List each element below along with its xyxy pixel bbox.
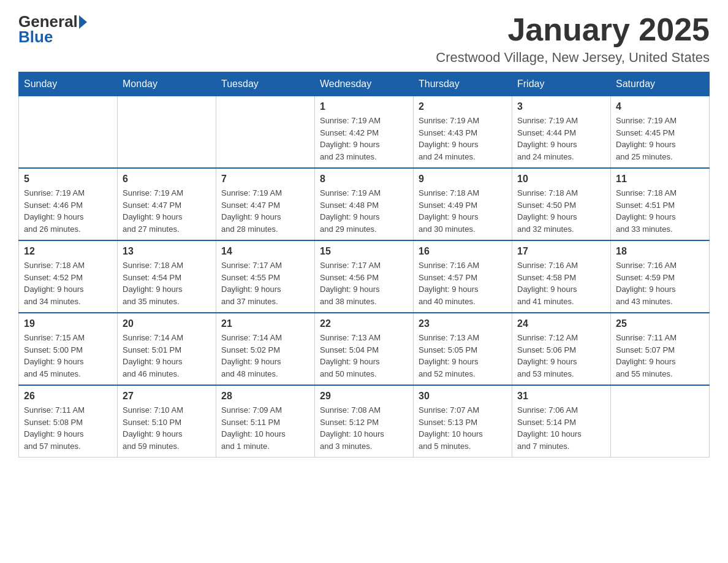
- calendar-cell: [19, 96, 118, 169]
- calendar-cell: 29Sunrise: 7:08 AMSunset: 5:12 PMDayligh…: [315, 385, 414, 458]
- day-number: 2: [419, 101, 507, 112]
- calendar-cell: 11Sunrise: 7:18 AMSunset: 4:51 PMDayligh…: [611, 168, 710, 240]
- day-number: 24: [517, 318, 605, 329]
- calendar-cell: 13Sunrise: 7:18 AMSunset: 4:54 PMDayligh…: [118, 240, 216, 313]
- calendar-cell: 30Sunrise: 7:07 AMSunset: 5:13 PMDayligh…: [414, 385, 512, 458]
- header-saturday: Saturday: [611, 72, 710, 96]
- calendar-cell: 5Sunrise: 7:19 AMSunset: 4:46 PMDaylight…: [19, 168, 118, 240]
- day-info: Sunrise: 7:18 AMSunset: 4:49 PMDaylight:…: [419, 187, 507, 235]
- header-sunday: Sunday: [19, 72, 118, 96]
- day-info: Sunrise: 7:15 AMSunset: 5:00 PMDaylight:…: [24, 332, 112, 380]
- day-info: Sunrise: 7:18 AMSunset: 4:52 PMDaylight:…: [24, 259, 112, 307]
- header-monday: Monday: [118, 72, 216, 96]
- day-number: 15: [320, 246, 408, 257]
- calendar-week-row: 1Sunrise: 7:19 AMSunset: 4:42 PMDaylight…: [19, 96, 710, 169]
- day-number: 18: [616, 246, 704, 257]
- header-thursday: Thursday: [414, 72, 512, 96]
- calendar-cell: 14Sunrise: 7:17 AMSunset: 4:55 PMDayligh…: [216, 240, 315, 313]
- calendar-cell: 26Sunrise: 7:11 AMSunset: 5:08 PMDayligh…: [19, 385, 118, 458]
- day-number: 9: [419, 174, 507, 185]
- day-number: 31: [517, 391, 605, 402]
- day-info: Sunrise: 7:17 AMSunset: 4:55 PMDaylight:…: [221, 259, 309, 307]
- logo-blue-text: Blue: [18, 28, 53, 47]
- calendar-week-row: 19Sunrise: 7:15 AMSunset: 5:00 PMDayligh…: [19, 313, 710, 385]
- day-number: 7: [221, 174, 309, 185]
- month-title: January 2025: [436, 12, 710, 47]
- day-number: 3: [517, 101, 605, 112]
- location-title: Crestwood Village, New Jersey, United St…: [436, 50, 710, 66]
- day-number: 28: [221, 391, 309, 402]
- calendar-cell: 25Sunrise: 7:11 AMSunset: 5:07 PMDayligh…: [611, 313, 710, 385]
- title-area: January 2025 Crestwood Village, New Jers…: [436, 12, 710, 66]
- calendar-cell: 7Sunrise: 7:19 AMSunset: 4:47 PMDaylight…: [216, 168, 315, 240]
- day-info: Sunrise: 7:11 AMSunset: 5:07 PMDaylight:…: [616, 332, 704, 380]
- day-info: Sunrise: 7:16 AMSunset: 4:57 PMDaylight:…: [419, 259, 507, 307]
- day-number: 10: [517, 174, 605, 185]
- calendar-cell: 9Sunrise: 7:18 AMSunset: 4:49 PMDaylight…: [414, 168, 512, 240]
- day-info: Sunrise: 7:16 AMSunset: 4:59 PMDaylight:…: [616, 259, 704, 307]
- calendar-cell: 3Sunrise: 7:19 AMSunset: 4:44 PMDaylight…: [512, 96, 611, 169]
- calendar-cell: 18Sunrise: 7:16 AMSunset: 4:59 PMDayligh…: [611, 240, 710, 313]
- calendar-cell: 16Sunrise: 7:16 AMSunset: 4:57 PMDayligh…: [414, 240, 512, 313]
- day-info: Sunrise: 7:07 AMSunset: 5:13 PMDaylight:…: [419, 404, 507, 452]
- day-number: 25: [616, 318, 704, 329]
- calendar-cell: [216, 96, 315, 169]
- day-number: 21: [221, 318, 309, 329]
- calendar-cell: 15Sunrise: 7:17 AMSunset: 4:56 PMDayligh…: [315, 240, 414, 313]
- calendar-week-row: 26Sunrise: 7:11 AMSunset: 5:08 PMDayligh…: [19, 385, 710, 458]
- day-info: Sunrise: 7:08 AMSunset: 5:12 PMDaylight:…: [320, 404, 408, 452]
- day-info: Sunrise: 7:13 AMSunset: 5:04 PMDaylight:…: [320, 332, 408, 380]
- header-tuesday: Tuesday: [216, 72, 315, 96]
- calendar-cell: 23Sunrise: 7:13 AMSunset: 5:05 PMDayligh…: [414, 313, 512, 385]
- calendar-cell: 2Sunrise: 7:19 AMSunset: 4:43 PMDaylight…: [414, 96, 512, 169]
- day-info: Sunrise: 7:09 AMSunset: 5:11 PMDaylight:…: [221, 404, 309, 452]
- calendar-cell: 17Sunrise: 7:16 AMSunset: 4:58 PMDayligh…: [512, 240, 611, 313]
- day-info: Sunrise: 7:17 AMSunset: 4:56 PMDaylight:…: [320, 259, 408, 307]
- day-info: Sunrise: 7:10 AMSunset: 5:10 PMDaylight:…: [123, 404, 211, 452]
- day-number: 6: [123, 174, 211, 185]
- calendar-cell: 10Sunrise: 7:18 AMSunset: 4:50 PMDayligh…: [512, 168, 611, 240]
- day-info: Sunrise: 7:16 AMSunset: 4:58 PMDaylight:…: [517, 259, 605, 307]
- calendar-cell: [611, 385, 710, 458]
- day-number: 17: [517, 246, 605, 257]
- day-number: 29: [320, 391, 408, 402]
- page-header: General Blue January 2025 Crestwood Vill…: [18, 12, 710, 66]
- calendar-cell: 21Sunrise: 7:14 AMSunset: 5:02 PMDayligh…: [216, 313, 315, 385]
- day-info: Sunrise: 7:18 AMSunset: 4:50 PMDaylight:…: [517, 187, 605, 235]
- logo-arrow-icon: [79, 15, 87, 29]
- day-info: Sunrise: 7:19 AMSunset: 4:44 PMDaylight:…: [517, 115, 605, 163]
- calendar-cell: 19Sunrise: 7:15 AMSunset: 5:00 PMDayligh…: [19, 313, 118, 385]
- calendar-cell: 8Sunrise: 7:19 AMSunset: 4:48 PMDaylight…: [315, 168, 414, 240]
- day-number: 13: [123, 246, 211, 257]
- calendar-cell: 28Sunrise: 7:09 AMSunset: 5:11 PMDayligh…: [216, 385, 315, 458]
- calendar-cell: 4Sunrise: 7:19 AMSunset: 4:45 PMDaylight…: [611, 96, 710, 169]
- day-number: 22: [320, 318, 408, 329]
- day-number: 20: [123, 318, 211, 329]
- day-number: 30: [419, 391, 507, 402]
- day-number: 12: [24, 246, 112, 257]
- calendar-header-row: SundayMondayTuesdayWednesdayThursdayFrid…: [19, 72, 710, 96]
- day-info: Sunrise: 7:19 AMSunset: 4:46 PMDaylight:…: [24, 187, 112, 235]
- day-number: 16: [419, 246, 507, 257]
- day-number: 4: [616, 101, 704, 112]
- day-info: Sunrise: 7:13 AMSunset: 5:05 PMDaylight:…: [419, 332, 507, 380]
- calendar-cell: 12Sunrise: 7:18 AMSunset: 4:52 PMDayligh…: [19, 240, 118, 313]
- day-number: 11: [616, 174, 704, 185]
- day-info: Sunrise: 7:19 AMSunset: 4:48 PMDaylight:…: [320, 187, 408, 235]
- calendar-cell: 20Sunrise: 7:14 AMSunset: 5:01 PMDayligh…: [118, 313, 216, 385]
- logo-area: General Blue: [18, 12, 88, 47]
- day-info: Sunrise: 7:14 AMSunset: 5:01 PMDaylight:…: [123, 332, 211, 380]
- day-number: 14: [221, 246, 309, 257]
- day-number: 19: [24, 318, 112, 329]
- day-info: Sunrise: 7:12 AMSunset: 5:06 PMDaylight:…: [517, 332, 605, 380]
- day-number: 27: [123, 391, 211, 402]
- calendar-week-row: 5Sunrise: 7:19 AMSunset: 4:46 PMDaylight…: [19, 168, 710, 240]
- day-info: Sunrise: 7:11 AMSunset: 5:08 PMDaylight:…: [24, 404, 112, 452]
- day-info: Sunrise: 7:19 AMSunset: 4:45 PMDaylight:…: [616, 115, 704, 163]
- day-number: 8: [320, 174, 408, 185]
- calendar-cell: 31Sunrise: 7:06 AMSunset: 5:14 PMDayligh…: [512, 385, 611, 458]
- day-info: Sunrise: 7:19 AMSunset: 4:47 PMDaylight:…: [221, 187, 309, 235]
- day-number: 5: [24, 174, 112, 185]
- calendar-table: SundayMondayTuesdayWednesdayThursdayFrid…: [18, 72, 710, 458]
- day-info: Sunrise: 7:06 AMSunset: 5:14 PMDaylight:…: [517, 404, 605, 452]
